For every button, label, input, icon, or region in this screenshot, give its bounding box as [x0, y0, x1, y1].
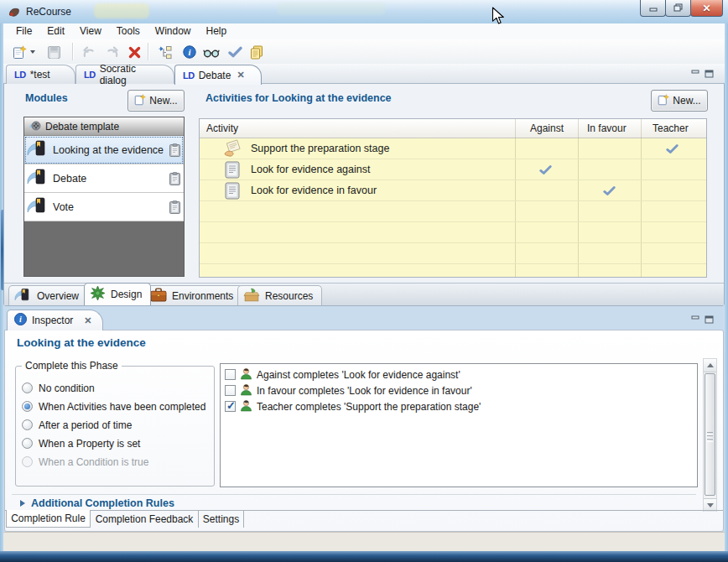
- maximize-view-icon[interactable]: [705, 69, 714, 81]
- checkbox-icon[interactable]: [225, 385, 236, 396]
- maximize-view-icon[interactable]: [705, 315, 714, 326]
- check-icon[interactable]: [603, 185, 616, 199]
- maximize-button[interactable]: [665, 0, 691, 17]
- column-header-in-favour[interactable]: In favour: [587, 122, 627, 134]
- ld-file-icon: LD: [84, 70, 96, 80]
- checklist-item-against[interactable]: Against completes 'Look for evidence aga…: [225, 367, 460, 382]
- column-header-against[interactable]: Against: [530, 122, 564, 134]
- table-empty-row[interactable]: [200, 243, 706, 264]
- avatar-icon: [240, 383, 252, 398]
- undo-icon[interactable]: [81, 44, 97, 60]
- radio-property-set[interactable]: When a Property is set: [22, 437, 140, 450]
- svg-text:i: i: [19, 315, 22, 324]
- tab-environments[interactable]: Environments: [144, 285, 242, 305]
- editor-tab-label: Debate: [199, 70, 231, 81]
- tab-resources[interactable]: Resources: [237, 285, 322, 305]
- column-header-teacher[interactable]: Teacher: [653, 122, 689, 134]
- activities-new-button[interactable]: New...: [651, 90, 708, 112]
- close-button[interactable]: ✕: [690, 0, 723, 17]
- redo-icon[interactable]: [104, 44, 121, 60]
- tab-completion-feedback[interactable]: Completion Feedback: [91, 511, 199, 528]
- checklist-label: Teacher completes 'Support the preparati…: [257, 401, 481, 413]
- new-wizard-icon[interactable]: [11, 44, 28, 60]
- table-row-evidence-in-favour[interactable]: Look for evidence in favour: [200, 180, 706, 201]
- section-divider: [12, 494, 696, 495]
- delete-icon[interactable]: [126, 44, 143, 60]
- scrollbar-thumb[interactable]: [705, 373, 715, 496]
- minimize-view-icon[interactable]: [691, 315, 700, 326]
- menu-help[interactable]: Help: [199, 23, 235, 39]
- minimize-view-icon[interactable]: [691, 69, 700, 81]
- table-empty-row[interactable]: [200, 264, 706, 278]
- film-icon: [29, 120, 41, 133]
- checklist-item-teacher[interactable]: Teacher completes 'Support the preparati…: [225, 399, 481, 414]
- tab-settings[interactable]: Settings: [199, 511, 244, 528]
- editor-tab-test[interactable]: LD *test: [6, 65, 75, 84]
- validate-glasses-icon[interactable]: [203, 44, 220, 60]
- menu-window[interactable]: Window: [148, 23, 199, 39]
- module-template-header[interactable]: Debate template: [24, 117, 184, 136]
- checkbox-icon[interactable]: [225, 369, 236, 380]
- module-row-looking-at-the-evidence[interactable]: Looking at the evidence: [24, 136, 184, 164]
- new-dropdown-caret[interactable]: [30, 50, 35, 54]
- table-row-support-preparation[interactable]: Support the preparation stage: [200, 138, 706, 159]
- menu-bar: File Edit View Tools Window Help: [3, 23, 725, 39]
- radio-icon: [22, 419, 33, 430]
- menu-edit[interactable]: Edit: [39, 23, 72, 39]
- tab-design[interactable]: Design: [84, 283, 151, 305]
- radio-period-of-time[interactable]: After a period of time: [22, 419, 132, 431]
- scroll-up-button[interactable]: [704, 359, 716, 372]
- title-bar[interactable]: ReCourse ✕: [0, 0, 728, 24]
- radio-label: When Activities have been completed: [39, 401, 205, 413]
- inspector-scrollbar[interactable]: [703, 358, 717, 512]
- menu-tools[interactable]: Tools: [109, 23, 148, 39]
- radio-no-condition[interactable]: No condition: [22, 382, 95, 394]
- editor-tab-socratic-dialog[interactable]: LD Socratic dialog: [75, 65, 174, 84]
- table-empty-row[interactable]: [200, 222, 706, 243]
- inspector-tab[interactable]: i Inspector ✕: [7, 310, 103, 330]
- tab-close-icon[interactable]: ✕: [237, 70, 244, 80]
- column-header-activity[interactable]: Activity: [206, 122, 238, 134]
- book-icon: [27, 138, 49, 161]
- menu-file[interactable]: File: [8, 23, 39, 39]
- tab-close-icon[interactable]: ✕: [84, 316, 91, 325]
- checklist-item-in-favour[interactable]: In favour completes 'Look for evidence i…: [225, 383, 472, 398]
- book-icon: [27, 167, 49, 190]
- clipboard-icon[interactable]: [169, 172, 180, 188]
- checklist-label: In favour completes 'Look for evidence i…: [257, 385, 472, 397]
- radio-activities-completed[interactable]: When Activities have been completed: [22, 400, 205, 413]
- inspector-tab-label: Inspector: [32, 315, 73, 326]
- clipboard-icon[interactable]: [169, 200, 180, 216]
- inspector-heading: Looking at the evidence: [17, 336, 146, 349]
- check-icon[interactable]: [539, 164, 552, 178]
- glass-reflection: [94, 3, 149, 18]
- arrow-up-icon: [707, 363, 714, 367]
- menu-view[interactable]: View: [72, 23, 109, 39]
- copy-pages-icon[interactable]: [248, 44, 265, 60]
- tab-overview[interactable]: Overview: [8, 285, 88, 305]
- save-icon[interactable]: [45, 44, 62, 60]
- modules-list: Debate template Looking at the evidence …: [23, 117, 185, 277]
- hierarchy-icon[interactable]: [158, 44, 174, 60]
- completion-checklist: [220, 363, 698, 487]
- module-row-debate[interactable]: Debate: [24, 164, 184, 193]
- check-icon[interactable]: [666, 143, 679, 157]
- modules-new-button[interactable]: New...: [127, 90, 185, 112]
- module-template-label: Debate template: [45, 121, 119, 133]
- validate-check-icon[interactable]: [226, 44, 243, 60]
- additional-completion-rules-toggle[interactable]: Additional Completion Rules: [20, 497, 174, 509]
- minimize-button[interactable]: [640, 0, 666, 17]
- info-icon[interactable]: i: [181, 44, 198, 60]
- table-empty-row[interactable]: [200, 201, 706, 222]
- app-icon: [8, 5, 21, 21]
- table-row-evidence-against[interactable]: Look for evidence against: [200, 159, 706, 180]
- checkbox-checked-icon[interactable]: [225, 401, 236, 412]
- activity-label: Support the preparation stage: [251, 143, 389, 154]
- editor-tab-debate[interactable]: LD Debate ✕: [174, 65, 262, 85]
- close-icon: ✕: [702, 3, 710, 14]
- book-icon: [27, 195, 49, 218]
- tab-completion-rule[interactable]: Completion Rule: [6, 510, 91, 528]
- tab-resources-label: Resources: [265, 290, 313, 302]
- module-row-vote[interactable]: Vote: [24, 193, 184, 221]
- clipboard-icon[interactable]: [169, 143, 180, 159]
